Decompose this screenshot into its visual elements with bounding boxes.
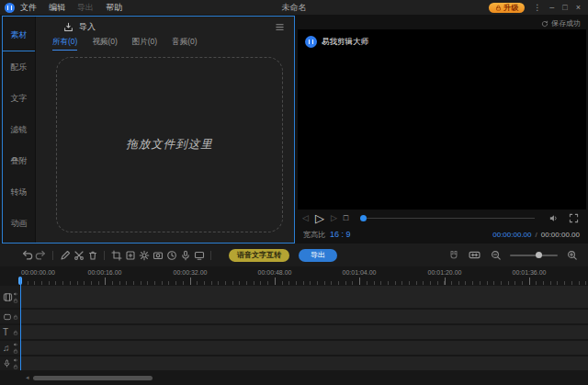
- music-track-header: ♫: [0, 341, 20, 355]
- edit-toolbar: 语音文字互转 导出: [0, 243, 588, 266]
- next-frame-button[interactable]: ▷: [331, 214, 337, 222]
- menu-file[interactable]: 文件: [20, 2, 37, 14]
- music-track-lane[interactable]: [20, 341, 588, 355]
- media-panel: 导入 所有(0) 视频(0) 图片(0) 音频(0) 拖放文件到这里: [36, 17, 294, 243]
- menu-export: 导出: [77, 2, 94, 14]
- text-track-icon: T: [3, 328, 8, 337]
- stop-button[interactable]: □: [344, 214, 348, 222]
- close-button[interactable]: ×: [576, 4, 581, 12]
- preview-panel: 保存成功 易我剪辑大师 ◁ ▷ ▷ □ 宽高比 16 : 9 00:0: [295, 15, 588, 243]
- overlay-track-icon: [3, 312, 12, 322]
- ruler-label: 00:00:32.00: [174, 269, 208, 276]
- speed-gear-icon[interactable]: [137, 248, 151, 262]
- fullscreen-icon[interactable]: [567, 211, 581, 225]
- ruler-label: 00:01:20.00: [428, 269, 462, 276]
- volume-icon[interactable]: [547, 211, 560, 225]
- lock-icon[interactable]: [13, 364, 18, 369]
- minimize-button[interactable]: –: [549, 4, 554, 12]
- zoom-out-icon[interactable]: [489, 248, 503, 262]
- menu-help[interactable]: 帮助: [106, 2, 122, 14]
- sidebar-item-music[interactable]: 配乐: [3, 51, 35, 83]
- time-current: 00:00:00.00: [492, 231, 531, 239]
- tab-video[interactable]: 视频(0): [92, 37, 117, 50]
- previous-frame-button[interactable]: ◁: [302, 214, 309, 222]
- playhead[interactable]: [20, 277, 21, 370]
- video-track-header: [0, 286, 20, 308]
- lock-icon[interactable]: [13, 298, 18, 303]
- voiceover-mic-icon[interactable]: [178, 248, 192, 262]
- duration-clock-icon[interactable]: [164, 248, 178, 262]
- scroll-left-icon[interactable]: ◂: [26, 374, 29, 381]
- list-view-icon[interactable]: [275, 22, 285, 32]
- mute-icon[interactable]: [13, 357, 18, 363]
- lock-icon: [495, 5, 502, 11]
- sidebar-item-transitions[interactable]: 转场: [3, 176, 35, 208]
- record-screen-icon[interactable]: [192, 248, 206, 262]
- play-button[interactable]: ▷: [315, 212, 324, 224]
- video-track-lane[interactable]: [20, 286, 588, 308]
- scrollbar-thumb[interactable]: [33, 376, 153, 380]
- maximize-button[interactable]: □: [562, 4, 567, 12]
- preview-info-bar: 宽高比 16 : 9 00:00:00.00 / 00:00:00.00: [295, 227, 588, 242]
- tab-all[interactable]: 所有(0): [52, 37, 77, 51]
- overlay-track-header: [0, 310, 20, 323]
- text-track-lane[interactable]: [20, 325, 588, 339]
- seek-handle[interactable]: [360, 215, 367, 221]
- aspect-ratio-label: 宽高比: [303, 230, 325, 240]
- menu-edit[interactable]: 编辑: [49, 2, 65, 14]
- mute-icon[interactable]: [13, 291, 18, 297]
- delete-trash-icon[interactable]: [85, 248, 99, 262]
- export-button[interactable]: 导出: [299, 249, 337, 262]
- sidebar-item-media[interactable]: 素材: [3, 20, 35, 51]
- mute-icon[interactable]: [13, 342, 18, 347]
- split-scissors-icon[interactable]: [72, 248, 85, 262]
- ruler-label: 00:01:36.00: [513, 269, 547, 276]
- zoom-in-icon[interactable]: [565, 248, 579, 262]
- voiceover-track-header: [0, 357, 20, 370]
- undo-icon[interactable]: [20, 248, 34, 262]
- sidebar-item-text[interactable]: 文字: [3, 83, 35, 114]
- time-total: 00:00:00.00: [541, 231, 580, 239]
- import-button[interactable]: 导入: [79, 21, 96, 33]
- watermark: 易我剪辑大师: [305, 36, 368, 48]
- sidebar-item-overlays[interactable]: 叠附: [3, 145, 35, 176]
- snap-magnet-icon[interactable]: [447, 248, 460, 262]
- edit-pencil-icon[interactable]: [58, 248, 72, 262]
- zoom-slider-handle[interactable]: [536, 252, 542, 258]
- tab-image[interactable]: 图片(0): [132, 37, 157, 50]
- file-dropzone[interactable]: 拖放文件到这里: [56, 57, 283, 232]
- voiceover-track: [0, 357, 588, 370]
- aspect-ratio-value[interactable]: 16 : 9: [330, 230, 351, 239]
- save-status: 保存成功: [541, 18, 581, 28]
- fit-timeline-icon[interactable]: [468, 248, 481, 262]
- dropzone-text: 拖放文件到这里: [126, 137, 213, 153]
- video-track-icon: [3, 292, 13, 302]
- voiceover-track-lane[interactable]: [20, 357, 588, 370]
- music-track: ♫: [0, 341, 588, 355]
- more-menu-button[interactable]: ⋮: [533, 4, 541, 12]
- timeline-ruler[interactable]: 00:00:00.00 00:00:16.00 00:00:32.00 00:0…: [0, 266, 588, 286]
- overlay-track-lane[interactable]: [20, 310, 588, 323]
- ruler-label: 00:00:16.00: [88, 269, 122, 276]
- titlebar: 文件 编辑 导出 帮助 未命名 升级 ⋮ – □ ×: [0, 0, 588, 15]
- app-logo-icon: [5, 3, 15, 13]
- sidebar-item-animation[interactable]: 动画: [3, 208, 35, 239]
- zoom-frame-icon[interactable]: [123, 248, 137, 262]
- video-track: [0, 286, 588, 308]
- mosaic-camera-icon[interactable]: [151, 248, 164, 262]
- autosave-icon: [541, 20, 548, 28]
- redo-icon[interactable]: [34, 248, 48, 262]
- timeline-zoom-slider[interactable]: [510, 255, 558, 256]
- media-library-panel: 素材 配乐 文字 滤镜 叠附 转场 动画 导入 所有(0) 视频(0) 图片(0…: [2, 16, 295, 243]
- crop-icon[interactable]: [109, 248, 123, 262]
- tab-audio[interactable]: 音频(0): [172, 37, 197, 50]
- lock-icon[interactable]: [13, 348, 18, 354]
- sidebar-item-filters[interactable]: 滤镜: [3, 114, 35, 145]
- lock-icon[interactable]: [13, 330, 18, 335]
- seek-bar[interactable]: [360, 218, 535, 219]
- speech-to-text-button[interactable]: 语音文字互转: [229, 249, 289, 262]
- lock-icon[interactable]: [13, 314, 18, 320]
- import-icon: [63, 22, 74, 32]
- window-title: 未命名: [282, 2, 307, 14]
- upgrade-button[interactable]: 升级: [489, 3, 525, 13]
